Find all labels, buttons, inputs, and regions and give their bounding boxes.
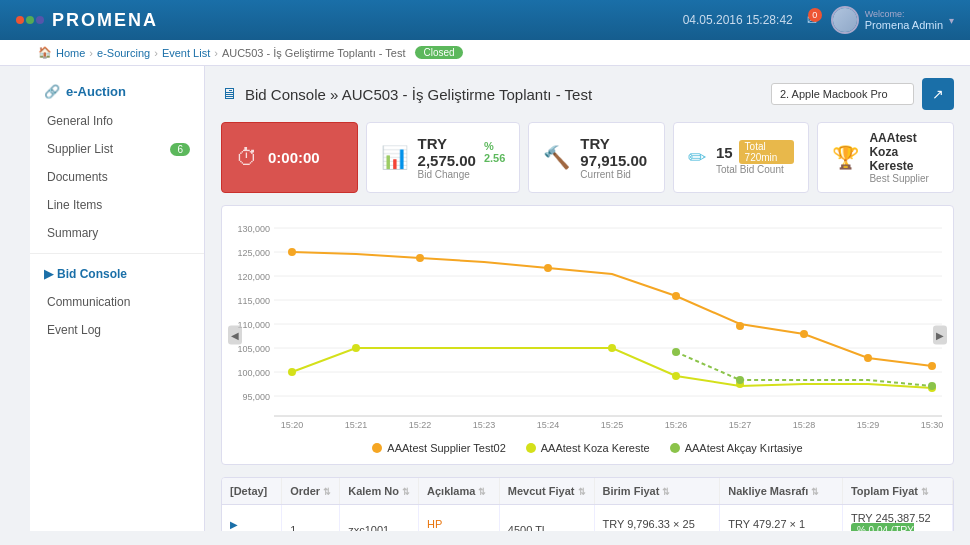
sort-icon-birim: ⇅ <box>662 487 670 497</box>
cell-order: 1 <box>282 505 340 532</box>
sidebar-item-general-info[interactable]: General Info <box>30 107 204 135</box>
col-order: Order ⇅ <box>282 478 340 505</box>
bid-change-value: TRY 2,575.00 <box>418 135 476 169</box>
auction-icon: 🔗 <box>44 84 60 99</box>
documents-label: Documents <box>47 170 108 184</box>
detay-link[interactable]: [Detay] <box>230 530 265 531</box>
stats-row: ⏱ 0:00:00 📊 TRY 2,575.00 % 2.56 Bid Chan… <box>221 122 954 193</box>
svg-text:125,000: 125,000 <box>237 248 270 258</box>
general-info-label: General Info <box>47 114 113 128</box>
sidebar-item-line-items[interactable]: Line Items <box>30 191 204 219</box>
summary-label: Summary <box>47 226 98 240</box>
sort-icon-toplam: ⇅ <box>921 487 929 497</box>
svg-text:120,000: 120,000 <box>237 272 270 282</box>
pct-badge: % 0.04 (TRY 92.48) <box>851 523 914 531</box>
col-aciklama: Açıklama ⇅ <box>419 478 500 505</box>
table-row: ▶ [Detay] 1 zxc1001 HP Bilgisayar <box>222 505 953 532</box>
supplier-dropdown[interactable]: 2. Apple Macbook Pro <box>771 83 914 105</box>
event-log-label: Event Log <box>47 323 101 337</box>
line-items-label: Line Items <box>47 198 102 212</box>
svg-point-37 <box>352 344 360 352</box>
svg-text:15:26: 15:26 <box>665 420 688 430</box>
breadcrumb-event-list[interactable]: Event List <box>162 47 210 59</box>
topbar: PROMENA 04.05.2016 15:28:42 ✉ 0 Welcome:… <box>0 0 970 40</box>
col-detay: [Detay] <box>222 478 282 505</box>
cell-detay: ▶ [Detay] <box>222 505 282 532</box>
nakliye-value: TRY 479.27 × 1 Unit(s) <box>728 518 805 531</box>
topbar-right: 04.05.2016 15:28:42 ✉ 0 Welcome: Promena… <box>683 6 954 34</box>
svg-point-42 <box>672 348 680 356</box>
best-supplier-label: Best Supplier <box>869 173 939 184</box>
nav-title: 🔗 e-Auction <box>30 76 204 107</box>
bid-count-label: Total Bid Count <box>716 164 795 175</box>
chart-container: ◀ ▶ 130,000 125,000 120,000 115,000 110,… <box>221 205 954 465</box>
cell-mevcut-fiyat: 4500 TL <box>499 505 594 532</box>
datetime: 04.05.2016 15:28:42 <box>683 13 793 27</box>
sort-icon-nakliye: ⇅ <box>811 487 819 497</box>
col-nakliye-label: Nakliye Masrafı <box>728 485 808 497</box>
col-aciklama-label: Açıklama <box>427 485 475 497</box>
logo-icon <box>16 16 44 24</box>
breadcrumb-esourcing[interactable]: e-Sourcing <box>97 47 150 59</box>
table-header-row: [Detay] Order ⇅ Kalem No ⇅ Açıklama ⇅ <box>222 478 953 505</box>
main-layout: 🔗 e-Auction General Info Supplier List 6… <box>30 66 970 531</box>
expand-button[interactable]: ▶ <box>230 519 238 530</box>
left-nav: 🔗 e-Auction General Info Supplier List 6… <box>30 66 205 531</box>
sidebar-item-supplier-list[interactable]: Supplier List 6 <box>30 135 204 163</box>
sort-icon-kalem: ⇅ <box>402 487 410 497</box>
stat-timer: ⏱ 0:00:00 <box>221 122 358 193</box>
kalem-no-value: zxc1001 <box>348 524 389 531</box>
col-birim-fiyat: Birim Fiyat ⇅ <box>594 478 720 505</box>
svg-text:15:20: 15:20 <box>281 420 304 430</box>
nav-title-label: e-Auction <box>66 84 126 99</box>
col-toplam: Toplam Fiyat ⇅ <box>842 478 952 505</box>
svg-text:15:24: 15:24 <box>537 420 560 430</box>
stat-bid-count-values: 15 Total 720min <box>716 140 795 164</box>
svg-point-39 <box>672 372 680 380</box>
user-menu[interactable]: Welcome: Promena Admin ▾ <box>831 6 954 34</box>
stat-bid-change-values: TRY 2,575.00 % 2.56 <box>418 135 506 169</box>
svg-point-32 <box>736 322 744 330</box>
sidebar-item-documents[interactable]: Documents <box>30 163 204 191</box>
share-button[interactable]: ↗ <box>922 78 954 110</box>
svg-text:15:22: 15:22 <box>409 420 432 430</box>
breadcrumb-home[interactable]: Home <box>56 47 85 59</box>
logo-dot-red <box>16 16 24 24</box>
bid-console-header[interactable]: ▶ Bid Console <box>30 260 204 288</box>
svg-point-33 <box>800 330 808 338</box>
sort-icon-aciklama: ⇅ <box>478 487 486 497</box>
page-title-text: Bid Console » AUC503 - İş Geliştirme Top… <box>245 86 592 103</box>
nav-section-bid-console: ▶ Bid Console Communication Event Log <box>30 253 204 344</box>
svg-point-28 <box>288 248 296 256</box>
legend-supplier-test02: AAAtest Supplier Test02 <box>372 442 505 454</box>
sidebar-item-summary[interactable]: Summary <box>30 219 204 247</box>
supplier-badge: 6 <box>170 143 190 156</box>
sidebar-item-communication[interactable]: Communication <box>30 288 204 316</box>
col-birim-label: Birim Fiyat <box>603 485 660 497</box>
legend-akcay-kirtasiye: AAAtest Akçay Kırtasiye <box>670 442 803 454</box>
message-button[interactable]: ✉ 0 <box>807 13 817 27</box>
arrow-icon: ▶ <box>44 267 53 281</box>
svg-text:15:28: 15:28 <box>793 420 816 430</box>
chart-legend: AAAtest Supplier Test02 AAAtest Koza Ker… <box>232 442 943 454</box>
breadcrumb: 🏠 Home › e-Sourcing › Event List › AUC50… <box>0 40 970 66</box>
monitor-icon: 🖥 <box>221 85 237 103</box>
legend-dot-orange <box>372 443 382 453</box>
sep2: › <box>154 47 158 59</box>
user-name: Promena Admin <box>865 19 943 31</box>
avatar <box>831 6 859 34</box>
share-icon: ↗ <box>932 86 944 102</box>
sidebar-item-event-log[interactable]: Event Log <box>30 316 204 344</box>
aciklama-value: HP Bilgisayar <box>427 518 475 531</box>
svg-text:95,000: 95,000 <box>242 392 270 402</box>
svg-text:15:29: 15:29 <box>857 420 880 430</box>
svg-point-34 <box>864 354 872 362</box>
chart-scroll-left-button[interactable]: ◀ <box>228 326 242 345</box>
chart-scroll-right-button[interactable]: ▶ <box>933 326 947 345</box>
col-order-label: Order <box>290 485 320 497</box>
current-bid-value: TRY 97,915.00 <box>580 135 650 169</box>
svg-text:15:25: 15:25 <box>601 420 624 430</box>
svg-text:15:21: 15:21 <box>345 420 368 430</box>
timer-value: 0:00:00 <box>268 149 320 166</box>
total-badge: Total 720min <box>739 140 795 164</box>
